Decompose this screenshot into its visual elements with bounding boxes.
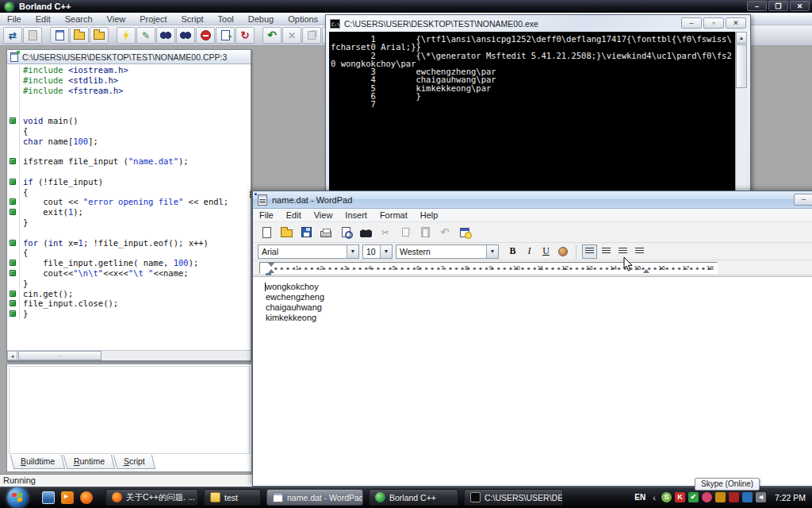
font-size-combo[interactable]: 10 ▼ <box>362 244 393 259</box>
console-titlebar[interactable]: C:\ C:\USERS\USER\DESKTOP\TEST\NONAME00.… <box>326 15 750 32</box>
scroll-up-arrow[interactable]: ▲ <box>736 32 747 44</box>
message-pane[interactable] <box>9 366 250 454</box>
find-button[interactable] <box>357 224 374 241</box>
palette-button[interactable] <box>555 244 570 259</box>
folder-save-button[interactable] <box>90 27 109 44</box>
menu-file[interactable]: File <box>0 13 29 25</box>
chevron-down-icon[interactable]: ▼ <box>486 245 498 258</box>
code-line[interactable]: { <box>7 187 251 198</box>
maximize-button[interactable]: ❐ <box>768 1 788 11</box>
menu-options[interactable]: Options <box>281 13 325 25</box>
lightning-button[interactable] <box>117 27 136 44</box>
folder-open-button[interactable] <box>70 27 89 44</box>
code-line[interactable]: #include <iostream.h> <box>7 65 251 75</box>
gutter-cell[interactable] <box>7 75 20 86</box>
scroll-thumb[interactable] <box>736 44 747 88</box>
code-line[interactable]: } <box>7 217 251 228</box>
gutter-cell[interactable] <box>7 95 20 106</box>
left-indent-marker[interactable] <box>266 273 271 275</box>
code-line[interactable]: cin.get(); <box>7 289 251 299</box>
gutter-cell[interactable] <box>7 65 20 75</box>
gutter-cell[interactable] <box>7 228 20 238</box>
menu-file[interactable]: File <box>253 209 280 222</box>
gutter-cell[interactable] <box>7 167 20 177</box>
gold-app-icon[interactable] <box>715 492 726 502</box>
gutter-cell[interactable] <box>7 207 20 217</box>
menu-search[interactable]: Search <box>58 13 100 25</box>
align-center-button[interactable] <box>599 244 614 259</box>
gutter-cell[interactable] <box>7 248 20 258</box>
cut-x-button[interactable] <box>282 27 301 44</box>
editor-horizontal-scrollbar[interactable]: ◂ ⋯ <box>7 350 251 360</box>
gutter-cell[interactable] <box>7 309 20 319</box>
chevron-down-icon[interactable]: ▼ <box>347 245 358 258</box>
code-line[interactable]: } <box>7 279 251 289</box>
debug-find-next-button[interactable] <box>176 27 195 44</box>
font-family-combo[interactable]: Arial ▼ <box>258 244 359 259</box>
align-left-button[interactable] <box>582 244 597 259</box>
media-player-icon[interactable] <box>61 491 74 504</box>
menu-debug[interactable]: Debug <box>241 13 281 25</box>
code-line[interactable]: #include <stdlib.h> <box>7 75 251 86</box>
borland-titlebar[interactable]: Borland C++ –❐✕ <box>0 0 812 13</box>
copy-button[interactable] <box>396 224 414 241</box>
menu-view[interactable]: View <box>308 209 339 222</box>
ruler-scale[interactable]: 123456789101112131415161718 <box>259 262 718 274</box>
close-button[interactable]: ✕ <box>726 17 746 29</box>
wordpad-document[interactable]: wongkokchoyewchengzhengchaigauhwangkimke… <box>253 276 812 486</box>
menu-insert[interactable]: Insert <box>339 209 373 222</box>
code-editor-area[interactable]: #include <iostream.h>#include <stdlib.h>… <box>7 65 251 350</box>
preview-button[interactable] <box>337 224 354 241</box>
right-indent-marker[interactable] <box>643 269 649 273</box>
menu-format[interactable]: Format <box>373 209 414 222</box>
code-line[interactable] <box>7 228 251 238</box>
gutter-cell[interactable] <box>7 137 20 147</box>
editor-titlebar[interactable]: C:\USERS\USER\DESKTOP\TEST\NONAME00.CPP:… <box>7 50 251 64</box>
gutter-cell[interactable] <box>7 106 20 116</box>
first-line-indent-marker[interactable] <box>268 263 274 267</box>
swap-compile-button[interactable] <box>236 27 255 44</box>
menu-edit[interactable]: Edit <box>29 13 58 25</box>
clock[interactable]: 7:22 PM <box>775 493 806 502</box>
language-indicator[interactable]: EN <box>634 493 645 502</box>
minimize-button[interactable]: – <box>794 194 812 206</box>
print-button[interactable] <box>317 224 335 241</box>
minimize-button[interactable]: – <box>747 1 767 11</box>
close-button[interactable]: ✕ <box>790 1 810 11</box>
skype-icon[interactable]: S <box>661 492 672 502</box>
debug-find-button[interactable] <box>156 27 175 44</box>
gutter-cell[interactable] <box>7 116 20 126</box>
script-combo[interactable]: Western ▼ <box>396 244 499 259</box>
minimize-button[interactable]: – <box>681 17 702 29</box>
network-icon[interactable] <box>742 492 753 502</box>
show-desktop-icon[interactable] <box>42 491 55 504</box>
volume-icon[interactable]: ◄ <box>756 492 766 502</box>
gutter-cell[interactable] <box>7 238 20 248</box>
code-line[interactable]: file_input.getline( name, 100); <box>7 258 251 268</box>
gutter-cell[interactable] <box>7 126 20 137</box>
code-line[interactable]: if (!file_input) <box>7 177 251 187</box>
undo-arrow-button[interactable] <box>262 27 282 44</box>
gutter-cell[interactable] <box>7 146 20 156</box>
kaspersky-icon[interactable]: K <box>675 492 685 502</box>
menu-edit[interactable]: Edit <box>280 209 308 222</box>
tab-buildtime[interactable]: Buildtime <box>10 455 66 469</box>
save-button[interactable] <box>297 224 315 241</box>
gutter-cell[interactable] <box>7 258 20 268</box>
code-line[interactable]: void main() <box>7 116 251 126</box>
bullets-button[interactable] <box>632 244 647 259</box>
chevron-down-icon[interactable]: ▼ <box>380 245 392 258</box>
code-line[interactable]: for (int x=1; !file_input.eof(); x++) <box>7 238 251 248</box>
code-line[interactable]: { <box>7 126 251 137</box>
antivirus-check-icon[interactable]: ✔ <box>688 492 699 502</box>
gutter-cell[interactable] <box>7 187 20 198</box>
tab-runtime[interactable]: Runtime <box>63 455 116 469</box>
tray-chevron-icon[interactable]: ‹ <box>653 493 656 502</box>
underline-button[interactable]: U <box>538 244 553 259</box>
gutter-cell[interactable] <box>7 298 20 309</box>
code-line[interactable]: file_input.close(); <box>7 298 251 309</box>
cut-button[interactable] <box>377 224 394 241</box>
menu-view[interactable]: View <box>100 13 133 25</box>
code-line[interactable] <box>7 106 251 116</box>
doc-gray-button[interactable] <box>23 27 42 44</box>
